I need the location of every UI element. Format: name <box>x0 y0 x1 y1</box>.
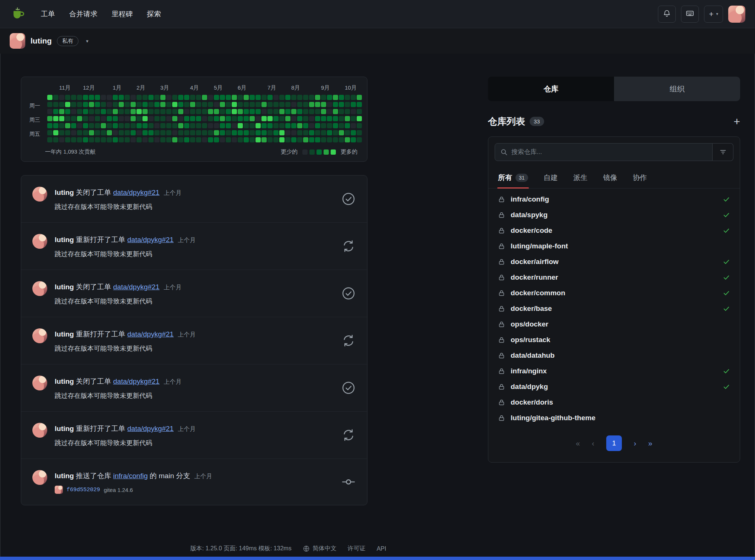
pagination-current-page[interactable]: 1 <box>606 435 622 451</box>
tab-organizations[interactable]: 组织 <box>614 77 740 101</box>
feed-body-text: 跳过存在版本可能导致未更新代码 <box>55 344 334 353</box>
filter-collaborative[interactable]: 协作 <box>632 167 648 188</box>
heatmap-cell <box>351 137 356 142</box>
heatmap-cell <box>267 102 273 107</box>
feed-action-text: 重新打开了工单 <box>76 236 125 244</box>
filter-sources[interactable]: 自建 <box>543 167 559 188</box>
repo-list-title: 仓库列表 <box>488 115 525 128</box>
feed-user-link[interactable]: luting <box>55 236 74 244</box>
feed-user-link[interactable]: luting <box>55 330 74 338</box>
repo-list-item: ops/rustack <box>488 332 740 348</box>
license-link[interactable]: 许可证 <box>348 545 366 553</box>
feed-user-link[interactable]: luting <box>55 283 74 291</box>
repo-search-input[interactable] <box>511 148 707 156</box>
heatmap-cell <box>83 130 88 135</box>
heatmap-cell <box>95 130 100 135</box>
heatmap-cell <box>261 123 267 128</box>
keyboard-shortcuts-button[interactable] <box>681 6 699 23</box>
feed-content: luting 重新打开了工单 data/dpykg#21 上个月跳过存在版本可能… <box>55 423 334 447</box>
repo-link[interactable]: infra/nginx <box>511 367 547 375</box>
repo-link[interactable]: ops/docker <box>511 320 548 328</box>
heatmap-cell <box>256 95 261 100</box>
pagination-prev-button[interactable]: ‹ <box>592 439 594 448</box>
feed-action-text: 推送了仓库 <box>76 472 111 480</box>
feed-target-link[interactable]: infra/config <box>113 472 148 480</box>
repo-link[interactable]: ops/rustack <box>511 336 550 344</box>
nav-item-milestones[interactable]: 里程碑 <box>112 9 133 19</box>
tab-repositories[interactable]: 仓库 <box>488 77 614 101</box>
heatmap-cell <box>244 116 249 121</box>
repo-link[interactable]: docker/runner <box>511 273 558 281</box>
feed-target-link[interactable]: data/dpykg#21 <box>127 425 174 432</box>
repo-link[interactable]: luting/gitea-github-theme <box>511 414 595 422</box>
repo-link[interactable]: luting/maple-font <box>511 242 568 250</box>
heatmap-cell <box>160 116 166 121</box>
heatmap-cell <box>184 95 189 100</box>
feed-user-link[interactable]: luting <box>55 189 74 196</box>
feed-item: luting 重新打开了工单 data/dpykg#21 上个月跳过存在版本可能… <box>21 222 367 270</box>
check-icon <box>723 383 730 390</box>
profile-avatar[interactable] <box>10 33 25 49</box>
heatmap-cell <box>333 102 338 107</box>
repo-link[interactable]: docker/doris <box>511 398 553 406</box>
pagination-first-button[interactable]: « <box>576 439 580 448</box>
feed-target-link[interactable]: data/dpykg#21 <box>113 377 160 385</box>
heatmap-cell <box>142 102 148 107</box>
commit-sha-link[interactable]: f69d552029 <box>67 487 100 493</box>
heatmap-wrap: 11月12月1月2月3月4月5月6月7月8月9月10月 周一周三周五 <box>29 84 359 142</box>
repo-link[interactable]: docker/base <box>511 305 552 313</box>
api-link[interactable]: API <box>377 545 386 552</box>
heatmap-legend: 更少的 更多的 <box>281 148 357 155</box>
heatmap-cell <box>291 116 296 121</box>
feed-target-link[interactable]: data/dpykg#21 <box>127 330 174 338</box>
heatmap-cell <box>351 109 356 114</box>
filter-forks[interactable]: 派生 <box>573 167 588 188</box>
nav-item-pull-requests[interactable]: 合并请求 <box>69 9 97 19</box>
add-repo-button[interactable]: + <box>733 116 740 127</box>
repo-link[interactable]: docker/code <box>511 226 552 235</box>
create-new-button[interactable]: + ▾ <box>704 6 723 23</box>
repo-link[interactable]: data/dpykg <box>511 383 548 391</box>
repo-link[interactable]: docker/airflow <box>511 258 559 266</box>
heatmap-cell <box>273 116 279 121</box>
heatmap-cell <box>256 102 261 107</box>
gitea-logo[interactable] <box>10 6 27 23</box>
feed-user-link[interactable]: luting <box>55 377 74 385</box>
lock-icon <box>498 321 505 328</box>
lock-icon <box>498 415 505 422</box>
repo-link[interactable]: data/datahub <box>511 351 555 360</box>
language-selector[interactable]: 简体中文 <box>303 545 337 553</box>
heatmap-cell <box>357 95 362 100</box>
heatmap-cell <box>178 116 183 121</box>
feed-target-link[interactable]: data/dpykg#21 <box>127 236 174 244</box>
pagination-next-button[interactable]: › <box>634 439 636 448</box>
feed-target-link[interactable]: data/dpykg#21 <box>113 189 160 196</box>
visibility-dropdown-icon[interactable]: ▾ <box>86 38 89 44</box>
repo-filter-button[interactable] <box>713 143 733 161</box>
feed-target-link[interactable]: data/dpykg#21 <box>113 283 160 291</box>
nav-item-issues[interactable]: 工单 <box>41 9 55 19</box>
feed-action-text: 重新打开了工单 <box>76 425 125 432</box>
heatmap-cell <box>303 137 308 142</box>
filter-icon <box>719 148 727 156</box>
user-avatar[interactable] <box>728 6 745 23</box>
pagination-last-button[interactable]: » <box>648 439 652 448</box>
repo-search-box <box>495 143 713 161</box>
heatmap-cell <box>309 116 314 121</box>
profile-username[interactable]: luting <box>30 36 52 45</box>
feed-user-link[interactable]: luting <box>55 425 74 432</box>
heatmap-cell <box>136 123 142 128</box>
repo-link[interactable]: infra/config <box>511 195 549 203</box>
repo-link[interactable]: docker/common <box>511 289 565 297</box>
heatmap-cell <box>47 137 52 142</box>
heatmap-cell <box>250 130 255 135</box>
heatmap-cell <box>279 95 285 100</box>
filter-all[interactable]: 所有 31 <box>497 167 529 188</box>
notifications-button[interactable] <box>658 6 676 23</box>
feed-user-link[interactable]: luting <box>55 472 74 480</box>
filter-mirrors[interactable]: 镜像 <box>603 167 618 188</box>
nav-item-explore[interactable]: 探索 <box>147 9 161 19</box>
heatmap-cell <box>267 130 273 135</box>
heatmap-cell <box>273 123 279 128</box>
repo-link[interactable]: data/spykg <box>511 211 547 219</box>
